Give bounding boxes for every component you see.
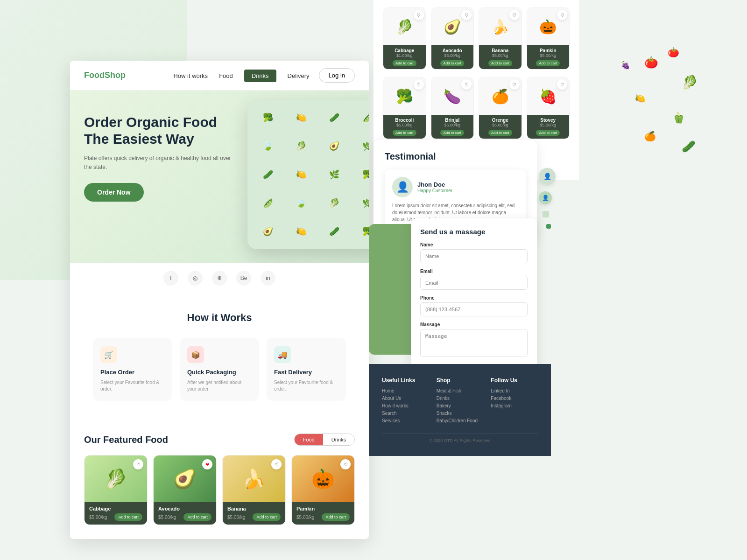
food-visual-7: 🥑 [318,133,350,160]
food-visual-9: 🥒 [252,161,283,188]
nav-how-it-works[interactable]: How it works [173,71,208,80]
flying-food-grape: 🍇 [621,61,630,70]
name-field-group: Name [420,242,528,263]
dribbble-icon[interactable]: ❋ [212,271,227,286]
footer-facebook[interactable]: Facebook [491,396,538,401]
footer-useful-links: Useful Links Home About Us How it works … [382,377,429,426]
product-cabbage-add[interactable]: Add to cart [393,60,416,66]
nav-food[interactable]: Food [219,71,233,80]
product-stovey: 🍓 ♡ Stovey $5.00/kg Add to cart [527,77,570,139]
banana-name: Banana [227,506,281,511]
footer-link-how[interactable]: How it works [382,403,429,408]
phone-input[interactable] [420,302,528,316]
footer: Useful Links Home About Us How it works … [369,364,551,456]
product-broccoli-heart[interactable]: ♡ [414,79,424,90]
instagram-icon[interactable]: ◎ [188,271,203,286]
hero-section: Order Organic Food The Easiest Way Plate… [70,91,369,263]
tab-food[interactable]: Food [295,434,323,445]
tab-drinks[interactable]: Drinks [323,434,354,445]
food-visual-11: 🌿 [318,161,350,188]
footer-link-search[interactable]: Search [382,411,429,416]
website-panel: FoodShop How it works Food Drinks Delive… [70,61,369,539]
behance-icon[interactable]: Be [236,271,251,286]
banana-add-cart[interactable]: Add to cart [253,513,281,521]
reviewer-row: 👤 Jhon Doe Happy Customer [392,177,518,197]
product-avocado-heart[interactable]: ♡ [461,10,472,20]
footer-shop-bakery[interactable]: Bakery [437,403,484,408]
flying-food-lemon: 🍋 [635,93,645,104]
name-input[interactable] [420,249,528,263]
small-avatar-2: 👤 [539,191,552,204]
order-now-button[interactable]: Order Now [84,183,144,202]
food-visual-10: 🍋 [285,161,317,188]
avocado-name: Avocado [158,506,211,511]
email-input[interactable] [420,276,528,290]
food-visual-20: 🥦 [352,218,369,245]
product-brinjal-add[interactable]: Add to cart [440,130,464,136]
flying-food-tomato2: 🍅 [668,47,679,58]
banana-heart[interactable]: ♡ [271,459,282,469]
linkedin-icon[interactable]: in [261,271,275,286]
food-visual-15: 🥬 [318,189,350,216]
logo: FoodShop [84,70,126,80]
footer-shop-baby[interactable]: Baby/Children Food [437,418,484,423]
avocado-add-cart[interactable]: Add to cart [183,513,211,521]
pumpkin-bottom: $5.00/kg Add to cart [296,513,350,521]
food-visual-17: 🥑 [252,218,283,245]
footer-link-about[interactable]: About Us [382,396,429,401]
pumpkin-add-cart[interactable]: Add to cart [322,513,350,521]
cabbage-heart[interactable]: ♡ [133,459,143,469]
footer-link-services[interactable]: Services [382,418,429,423]
product-cabbage-heart[interactable]: ♡ [414,10,424,20]
food-card-cabbage: 🥬 ♡ Cabbage $5.00/kg Add to cart [84,455,148,525]
food-visual-13: 🫛 [252,189,283,216]
login-button[interactable]: Log in [319,68,355,83]
footer-shop-snacks[interactable]: Snacks [437,411,484,416]
food-visual-5: 🍃 [252,133,283,160]
flying-foods-decoration: 🍅 🍅 🥬 🍋 🫑 🍊 🥒 🍇 [607,47,700,187]
product-broccoli-img: 🥦 ♡ [383,77,426,115]
product-stovey-name: Stovey [530,118,567,123]
cabbage-add-cart[interactable]: Add to cart [114,513,142,521]
product-stovey-add[interactable]: Add to cart [536,130,560,136]
product-avocado-add[interactable]: Add to cart [440,60,464,66]
nav-delivery[interactable]: Delivery [288,71,310,80]
quick-packaging-icon: 📦 [187,346,204,363]
footer-follow-list: Linked In Facebook Instagram [491,388,538,408]
step-desc-1: Select your Favourite food & order. [100,379,165,392]
food-card-avocado: 🥑 ❤ Avocado $5.00/kg Add to cart [153,455,217,525]
product-pumpkin-add[interactable]: Add to cart [536,60,560,66]
footer-linkedin[interactable]: Linked In [491,388,538,393]
small-avatar-1: 👤 [539,168,556,185]
product-stovey-img: 🍓 ♡ [527,77,570,115]
product-stovey-heart[interactable]: ♡ [557,79,567,90]
footer-shop-meat[interactable]: Meat & Fish [437,388,484,393]
message-label: Massage [420,322,528,327]
featured-section: Our Featured Food Food Drinks 🥬 ♡ Cabbag… [70,420,369,539]
nav-drinks[interactable]: Drinks [244,71,276,80]
product-banana-heart[interactable]: ♡ [509,10,520,20]
reviewer-avatar: 👤 [392,177,413,197]
facebook-icon[interactable]: f [163,271,178,286]
footer-link-home[interactable]: Home [382,388,429,393]
deco-square-2 [546,224,551,229]
product-avocado-info: Avocado $5.00/kg Add to cart [431,45,474,69]
avocado-heart[interactable]: ❤ [202,459,212,469]
product-broccoli-add[interactable]: Add to cart [393,130,416,136]
product-pumpkin-heart[interactable]: ♡ [557,10,567,20]
product-banana-price: $5.00/kg [482,53,519,58]
food-grid: 🥬 ♡ Cabbage $5.00/kg Add to cart 🥑 ❤ [84,455,355,525]
food-visual-1: 🥦 [252,105,283,131]
product-brinjal-heart[interactable]: ♡ [461,79,472,90]
product-orange-heart[interactable]: ♡ [509,79,520,90]
pumpkin-info: Pamkin $5.00/kg Add to cart [292,502,354,525]
name-label: Name [420,242,528,247]
footer-instagram[interactable]: Instagram [491,403,538,408]
product-cabbage-img: 🥬 ♡ [383,8,426,45]
footer-shop-drinks[interactable]: Drinks [437,396,484,401]
product-banana-add[interactable]: Add to cart [488,60,512,66]
product-orange-add[interactable]: Add to cart [488,130,512,136]
pumpkin-heart[interactable]: ♡ [340,459,351,469]
message-textarea[interactable] [420,329,528,357]
food-visual-14: 🍃 [285,189,317,216]
